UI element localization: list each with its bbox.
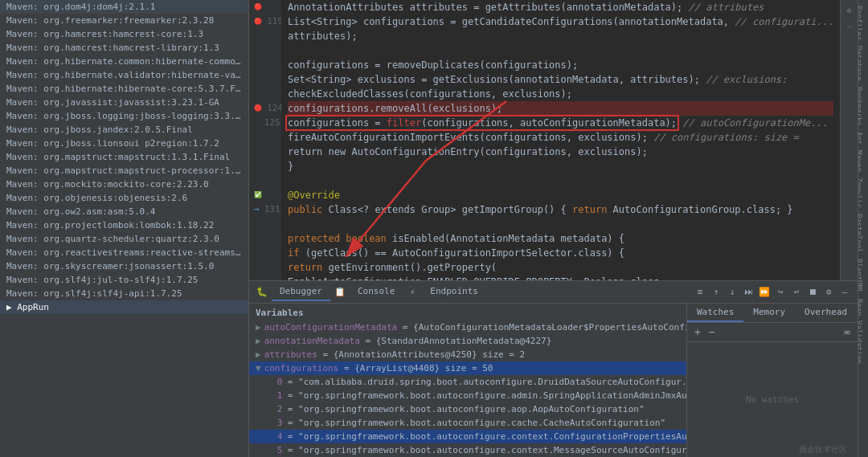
file-tree: Maven: org.dom4j:dom4j:2.1.1Maven: org.f…	[0, 0, 249, 457]
file-tree-item[interactable]: Maven: org.mapstruct:mapstruct-processor…	[0, 164, 248, 177]
debug-btn-3[interactable]: ↓	[726, 286, 739, 299]
variable-item[interactable]: ▶4 = "org.springframework.boot.autoconfi…	[249, 430, 686, 443]
code-line: if (getClass() == AutoConfigurationImpor…	[288, 246, 833, 260]
file-tree-item[interactable]: Maven: org.mapstruct:mapstruct:1.3.1.Fin…	[0, 150, 248, 164]
code-line: checkExcludedClasses(configurations, exc…	[288, 87, 833, 101]
sidebar-tool-bookmarks[interactable]: Bookmarks	[858, 84, 868, 129]
code-line: return new AutoConfigurationEntry(config…	[288, 145, 833, 159]
file-tree-item[interactable]: Maven: org.slf4j:jul-to-slf4j:1.7.25	[0, 273, 248, 287]
tab-endpoints[interactable]: Endpoints	[422, 283, 486, 301]
file-tree-item[interactable]: Maven: org.slf4j:slf4j-api:1.7.25	[0, 287, 248, 300]
code-line: configurations.removeAll(exclusions);	[288, 101, 833, 116]
code-line: @Override	[288, 188, 833, 202]
debug-btn-6[interactable]: ↪	[774, 286, 787, 299]
variable-item[interactable]: ▶3 = "org.springframework.boot.autoconfi…	[249, 416, 686, 430]
sidebar-tool-plantuml[interactable]: PlantUML	[858, 256, 868, 296]
file-tree-item[interactable]: Maven: org.reactivestreams:reactive-stre…	[0, 246, 248, 259]
variables-header: Variables	[249, 305, 686, 320]
debug-btn-9[interactable]: ⚙	[822, 286, 835, 299]
code-line: AnnotationAttributes attributes = getAtt…	[288, 0, 833, 14]
file-tree-item[interactable]: Maven: org.hibernate:hibernate-core:5.3.…	[0, 82, 248, 96]
file-tree-item[interactable]: Maven: org.freemarker:freemarker:2.3.28	[0, 14, 248, 27]
file-tree-item[interactable]: Maven: org.projectlombok:lombok:1.18.22	[0, 218, 248, 232]
code-line: protected boolean isEnabled(AnnotationMe…	[288, 231, 833, 246]
sidebar-tool-bean-validation[interactable]: Bean Validation	[858, 296, 868, 366]
line-number	[254, 246, 276, 260]
debug-btn-5[interactable]: ⏩	[758, 286, 771, 299]
watches-empty: No watches	[687, 342, 858, 457]
code-line: Set<String> exclusions = getExclusions(a…	[288, 72, 833, 87]
variable-item[interactable]: ▶2 = "org.springframework.boot.autoconfi…	[249, 402, 686, 416]
variable-item[interactable]: ▶annotationMetadata = {StandardAnnotatio…	[249, 334, 686, 348]
debug-icon[interactable]: 🐛	[256, 286, 268, 299]
line-number	[254, 173, 276, 188]
debug-btn-4[interactable]: ⏭	[742, 286, 755, 299]
file-tree-item[interactable]: ▶ AppRun	[0, 300, 248, 314]
code-line	[288, 173, 833, 188]
debugger-content: Variables ▶autoConfigurationMetadata = {…	[249, 304, 858, 457]
line-number	[254, 72, 276, 87]
debug-btn-10[interactable]: —	[838, 286, 851, 299]
tab-watches[interactable]: Watches	[687, 304, 743, 322]
code-editor: 🔴🔴119 🔴124 125 ✅→131 AnnotationAttribute…	[249, 0, 858, 280]
watches-panel: Watches Memory Overhead + − ∞ No watches	[687, 304, 858, 457]
line-number	[254, 145, 276, 159]
tab-debugger[interactable]: Debugger	[272, 283, 330, 301]
file-tree-item[interactable]: Maven: org.hamcrest:hamcrest-library:1.3	[0, 41, 248, 55]
file-tree-item[interactable]: Maven: org.hamcrest:hamcrest-core:1.3	[0, 27, 248, 41]
file-tree-item[interactable]: Maven: org.quartz-scheduler:quartz:2.3.0	[0, 232, 248, 246]
variable-item[interactable]: ▼configurations = {ArrayList@4408} size …	[249, 361, 686, 375]
file-tree-item[interactable]: Maven: org.mockito:mockito-core:2.23.0	[0, 177, 248, 191]
file-tree-item[interactable]: Maven: org.hibernate.common:hibernate-co…	[0, 55, 248, 68]
code-line	[288, 217, 833, 231]
line-number	[254, 43, 276, 58]
line-number	[254, 87, 276, 101]
endpoints-icon: ⚡	[406, 286, 419, 299]
line-number	[254, 58, 276, 72]
line-number	[254, 29, 276, 43]
debugger-panel: 🐛 Debugger 📋 Console ⚡ Endpoints ≡ ↑ ↓ ⏭…	[249, 280, 858, 457]
sidebar-tool-profiler[interactable]: Profiler	[858, 3, 868, 43]
tool-settings[interactable]: ⚙	[842, 3, 857, 18]
sidebar-tool-maven[interactable]: Maven	[858, 148, 868, 174]
file-tree-item[interactable]: Maven: org.dom4j:dom4j:2.1.1	[0, 0, 248, 14]
line-number: 🔴119	[254, 14, 276, 29]
variable-item[interactable]: ▶0 = "com.alibaba.druid.spring.boot.auto…	[249, 375, 686, 389]
file-tree-item[interactable]: Maven: org.jboss.logging:jboss-logging:3…	[0, 109, 248, 123]
variable-item[interactable]: ▶1 = "org.springframework.boot.autoconfi…	[249, 389, 686, 402]
debug-btn-7[interactable]: ↩	[790, 286, 803, 299]
file-tree-item[interactable]: Maven: org.skyscreamer:jsonassert:1.5.0	[0, 259, 248, 273]
variable-item[interactable]: ▶autoConfigurationMetadata = {AutoConfig…	[249, 320, 686, 334]
sidebar-tool-pastetool[interactable]: PasteTool	[858, 211, 868, 255]
tool-close[interactable]: —	[842, 19, 857, 34]
sidebar-tool-zooylic[interactable]: Zooylic	[858, 175, 868, 210]
debug-btn-2[interactable]: ↑	[710, 286, 723, 299]
right-panel: 🔴🔴119 🔴124 125 ✅→131 AnnotationAttribute…	[249, 0, 858, 457]
watch-remove-btn[interactable]: −	[706, 325, 718, 339]
file-tree-item[interactable]: Maven: org.javassist:javassist:3.23.1-GA	[0, 96, 248, 109]
debug-btn-1[interactable]: ≡	[694, 286, 706, 299]
file-tree-item[interactable]: Maven: org.hibernate.validator:hibernate…	[0, 68, 248, 82]
sidebar-tool-database[interactable]: Database	[858, 43, 868, 83]
variable-item[interactable]: ▶5 = "org.springframework.boot.autoconfi…	[249, 443, 686, 457]
line-number	[254, 231, 276, 246]
sidebar-tool-ant[interactable]: Ant	[858, 129, 868, 147]
tab-overhead[interactable]: Overhead	[795, 304, 857, 322]
file-tree-item[interactable]: Maven: org.ow2.asm:asm:5.0.4	[0, 205, 248, 218]
watch-infinity-btn[interactable]: ∞	[841, 325, 853, 339]
line-number	[254, 260, 276, 275]
file-tree-item[interactable]: Maven: org.jboss.lionsoui p2region:1.7.2	[0, 137, 248, 150]
variable-item[interactable]: ▶attributes = {AnnotationAttributes@4250…	[249, 348, 686, 361]
file-tree-item[interactable]: Maven: org.jboss.jandex:2.0.5.Final	[0, 123, 248, 137]
line-number	[254, 159, 276, 173]
file-tree-item[interactable]: Maven: org.objenesis:objenesis:2.6	[0, 191, 248, 205]
code-line: public Class<? extends Group> getImportG…	[288, 202, 833, 217]
app-container: Maven: org.dom4j:dom4j:2.1.1Maven: org.f…	[0, 0, 868, 457]
watch-add-btn[interactable]: +	[692, 325, 703, 339]
line-number: 🔴	[254, 0, 276, 14]
watches-tabs: Watches Memory Overhead	[687, 304, 858, 323]
tab-memory[interactable]: Memory	[743, 304, 795, 322]
debugger-toolbar: 🐛 Debugger 📋 Console ⚡ Endpoints ≡ ↑ ↓ ⏭…	[249, 281, 858, 304]
debug-btn-8[interactable]: ⏹	[806, 286, 819, 299]
tab-console[interactable]: Console	[350, 283, 403, 301]
